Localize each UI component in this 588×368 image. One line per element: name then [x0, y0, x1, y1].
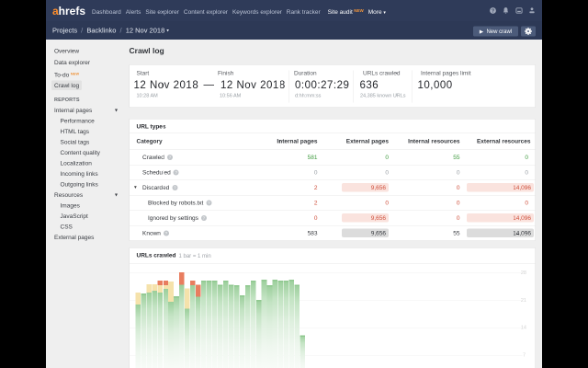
- svg-text:?: ?: [492, 7, 494, 13]
